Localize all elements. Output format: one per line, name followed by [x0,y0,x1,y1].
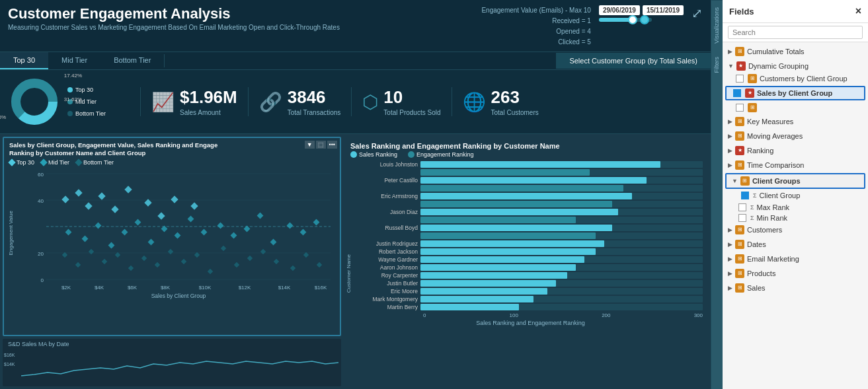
section-customers-header[interactable]: ▶ ⊞ Customers [723,223,868,236]
filters-label[interactable]: Filters [711,50,723,80]
scatter-filter-btn[interactable]: ▼ [305,141,315,149]
bar-row-11: Justin Butler [353,279,708,287]
bar-row-8: Wayne Gardner [353,256,708,264]
section-customers: ▶ ⊞ Customers [723,223,868,236]
extra-icon: ⊞ [748,103,757,112]
date-range-container: 29/06/2019 15/11/2019 [599,5,684,22]
svg-rect-37 [148,238,155,245]
fields-title: Fields [729,7,754,17]
scatter-more-btn[interactable]: ••• [327,141,337,149]
bar-row-5: Russell Boyd [353,224,708,232]
section-dates-header[interactable]: ▶ ⊞ Dates [723,238,868,251]
section-cumulative-totals-header[interactable]: ▶ ⊞ Cumulative Totals [723,45,868,58]
bar-row-5b [353,232,708,240]
svg-rect-28 [157,212,165,219]
customers-client-icon: ⊞ [748,74,757,83]
bar-row-12: Eric Moore [353,287,708,295]
mini-line-chart: S&D Sales MA by Date $16K $14K [3,339,341,386]
checkbox-client-group[interactable] [741,192,749,199]
section-dynamic-grouping-header[interactable]: ▼ ★ Dynamic Grouping [723,59,868,73]
date-from[interactable]: 29/06/2019 [599,5,640,15]
section-client-groups-header[interactable]: ▼ ⊞ Client Groups [725,173,865,189]
svg-rect-42 [217,222,224,229]
bar-row-4b [353,216,708,224]
products-icon: ⬡ [362,91,378,113]
engagement-slider[interactable] [599,18,684,22]
checkbox-customers-by-client[interactable] [736,75,744,83]
tab-bottomtier[interactable]: Bottom Tier [100,52,164,69]
bar-chart-body: Customer Name Louis Johnston [344,160,708,386]
bar-row-7: Robert Jackson [353,248,708,256]
checkbox-max-rank[interactable] [738,203,746,211]
field-extra-item[interactable]: ⊞ [723,102,868,114]
scatter-x-label: Sales by Client Group [17,293,340,299]
dates-icon: ⊞ [735,240,744,249]
field-max-rank[interactable]: Σ Max Rank [723,202,868,213]
svg-rect-65 [260,248,266,254]
field-min-rank[interactable]: Σ Min Rank [723,213,868,223]
time-comparison-icon: ⊞ [735,160,744,170]
tab-top30[interactable]: Top 30 [0,52,48,69]
section-products-header[interactable]: ▶ ⊞ Products [723,267,868,280]
customer-group-select[interactable]: Select Customer Group (by Total Sales) [556,53,711,69]
visualizations-label[interactable]: Visualizations [711,0,723,50]
svg-rect-51 [75,262,81,267]
bar-chart-inner: Sales Ranking and Engagement Ranking by … [344,137,708,386]
bar-x-axis-title: Sales Ranking and Engagement Ranking [353,320,708,328]
client-group-label: Client Group [760,192,801,199]
scatter-plot-area: Engagement Value 60 [4,167,340,299]
svg-text:20: 20 [38,251,44,257]
customer-name-6: Justin Rodriguez [358,240,418,247]
section-key-measures-header[interactable]: ▶ ⊞ Key Measures [723,115,868,128]
tab-midtier[interactable]: Mid Tier [48,52,100,69]
checkbox-extra[interactable] [736,104,744,112]
fields-search-input[interactable] [728,26,863,39]
sales-client-icon: ★ [745,88,754,98]
bar-fill-sales-2 [420,177,647,184]
bar-fill-sales-1 [420,161,660,168]
products-section-icon: ⊞ [735,269,744,278]
dynamic-grouping-label: Dynamic Grouping [748,62,809,70]
kpi-customers: 🌐 263 Total Customers [452,87,549,116]
svg-text:$2K: $2K [61,285,71,291]
section-key-measures: ▶ ⊞ Key Measures [723,115,868,128]
fields-scroll-area[interactable]: ▶ ⊞ Cumulative Totals ▼ ★ Dynamic Groupi… [723,42,868,389]
mini-chart-y-axis: $16K $14K [4,351,15,369]
section-ranking-header[interactable]: ▶ ★ Ranking [723,144,868,157]
mini-line-svg [21,349,341,382]
expand-icon[interactable]: ⤢ [691,5,703,21]
checkbox-min-rank[interactable] [738,214,746,222]
products-value: 10 [383,87,440,108]
bar-row-1: Louis Johnston [353,160,708,168]
date-range: 29/06/2019 15/11/2019 [599,5,684,15]
svg-rect-29 [171,195,178,203]
section-moving-averages-header[interactable]: ▶ ⊞ Moving Averages [723,129,868,143]
bar-rows-container: Louis Johnston [353,160,708,386]
checkbox-sales-by-client[interactable] [733,89,741,97]
section-sales: ▶ ⊞ Sales [723,281,868,295]
bar-fill-engagement-1 [420,169,590,176]
received-label: Received = 1 [481,16,590,26]
svg-rect-64 [247,255,253,260]
field-sales-by-client-group[interactable]: ★ Sales by Client Group [725,86,865,100]
bar-x-axis: 0100200300 [353,311,708,320]
bar-row-14: Martin Berry [353,303,708,311]
svg-text:$14K: $14K [278,285,291,291]
bar-row-2b [353,184,708,192]
section-sales-header[interactable]: ▶ ⊞ Sales [723,281,868,295]
fields-close-btn[interactable]: × [855,5,861,17]
kpi-products: ⬡ 10 Total Products Sold [351,87,451,116]
legend-bottomtier: Bottom Tier [67,108,106,120]
section-time-comparison-header[interactable]: ▶ ⊞ Time Comparison [723,159,868,172]
field-client-group[interactable]: Σ Client Group [723,190,868,201]
field-customers-by-client-group[interactable]: ⊞ Customers by Client Group [723,73,868,85]
bar-chart-title: Sales Ranking and Engagement Ranking by … [344,137,708,151]
header-right: Engagement Value (Emails) - Max 10 Recei… [481,5,703,48]
scatter-expand-btn[interactable]: ⬚ [316,141,326,149]
section-email-marketing-header[interactable]: ▶ ⊞ Email Marketing [723,252,868,265]
fields-header: Fields × [723,0,868,23]
date-to[interactable]: 15/11/2019 [643,5,684,15]
scatter-legend-midtier: Mid Tier [41,159,69,166]
bar-row-2: Peter Castillo [353,176,708,184]
svg-rect-24 [98,192,105,199]
